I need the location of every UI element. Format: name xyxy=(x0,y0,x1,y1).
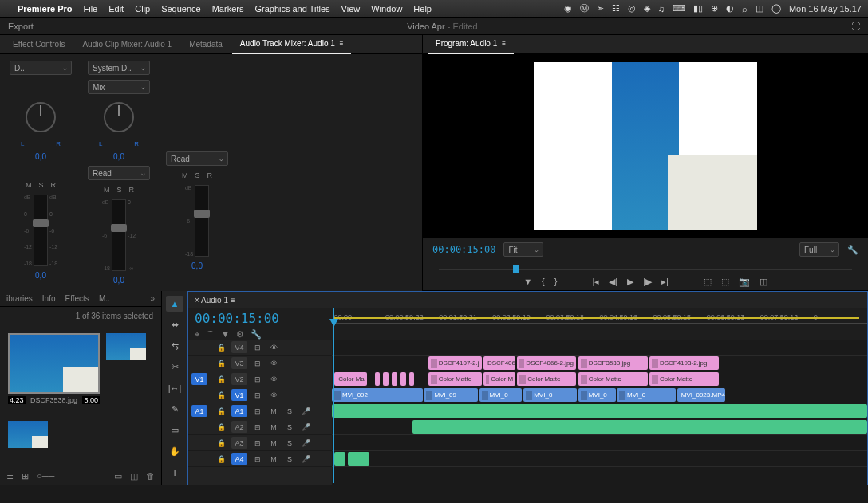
track-head-a1[interactable]: A1🔒A1⊟MS🎤 xyxy=(188,403,332,419)
clip[interactable]: MVI_0 xyxy=(617,388,676,402)
trash-icon[interactable]: 🗑 xyxy=(146,471,155,481)
track-head-v1[interactable]: 🔒V1⊟👁 xyxy=(188,387,332,403)
clip[interactable]: Color Matte xyxy=(517,372,576,386)
menu-window[interactable]: Window xyxy=(371,4,402,14)
slip-tool[interactable]: |↔| xyxy=(166,380,183,396)
resolution-dropdown[interactable]: Full xyxy=(799,242,839,257)
clip[interactable] xyxy=(383,372,389,386)
razor-tool[interactable]: ✂ xyxy=(166,359,183,375)
track-a4[interactable] xyxy=(332,451,867,467)
malware-icon[interactable]: Ⓜ xyxy=(580,2,589,14)
search-icon[interactable]: ⌕ xyxy=(742,4,748,14)
tab-audio-track-mixer[interactable]: Audio Track Mixer: Audio 1≡ xyxy=(232,35,352,54)
workspace-export[interactable]: Export xyxy=(8,22,34,31)
clip[interactable] xyxy=(400,372,406,386)
pen-tool[interactable]: ✎ xyxy=(166,401,183,417)
menu-markers[interactable]: Markers xyxy=(212,4,244,14)
menu-help[interactable]: Help xyxy=(413,4,432,14)
menu-sequence[interactable]: Sequence xyxy=(161,4,201,14)
step-fwd-icon[interactable]: |▶ xyxy=(643,277,652,287)
menu-file[interactable]: File xyxy=(83,4,97,14)
clip[interactable] xyxy=(409,372,415,386)
clip[interactable]: DSCF4193-2.jpg xyxy=(649,356,719,370)
new-item-icon[interactable]: ◫ xyxy=(130,471,138,481)
panel-menu-icon[interactable]: ≡ xyxy=(340,40,344,47)
go-in-icon[interactable]: |◂ xyxy=(592,277,599,287)
clip[interactable]: MVI_092 xyxy=(332,388,423,402)
pan-knob[interactable] xyxy=(26,102,56,132)
playhead[interactable] xyxy=(333,308,334,483)
sync-icon[interactable]: ◎ xyxy=(628,3,636,14)
user-icon[interactable]: ◐ xyxy=(726,3,734,14)
volume-fader-3[interactable] xyxy=(195,185,209,257)
export-frame-icon[interactable]: 📷 xyxy=(739,277,750,287)
tab-audio-clip-mixer[interactable]: Audio Clip Mixer: Audio 1 xyxy=(74,35,180,54)
sequence-tab[interactable]: × Audio 1 ≡ xyxy=(195,296,235,305)
track-a1[interactable] xyxy=(332,403,867,419)
clip[interactable]: Color Matte xyxy=(428,372,482,386)
list-view-icon[interactable]: ≣ xyxy=(6,471,14,481)
track-a3[interactable] xyxy=(332,435,867,451)
clip[interactable]: MVI_09 xyxy=(424,388,477,402)
clip[interactable]: DSCF3538.jpg xyxy=(578,356,648,370)
compare-icon[interactable]: ◫ xyxy=(760,277,767,287)
program-scrubber[interactable] xyxy=(439,261,852,273)
clip[interactable]: Color Ma xyxy=(334,372,366,386)
track-select-tool[interactable]: ⬌ xyxy=(166,316,183,332)
rectangle-tool[interactable]: ▭ xyxy=(166,422,183,438)
program-monitor[interactable] xyxy=(423,54,868,238)
audio-clip[interactable] xyxy=(332,404,867,418)
clip[interactable]: Color Matte xyxy=(649,372,719,386)
keyboard-icon[interactable]: ⌨ xyxy=(673,3,685,14)
clip[interactable]: MVI_0 xyxy=(479,388,523,402)
media-thumb-selected[interactable]: 4:23 DSCF3538.jpg 5:00 xyxy=(8,333,100,415)
selection-tool[interactable]: ▲ xyxy=(166,296,183,312)
clip[interactable]: MVI_0923.MP4 xyxy=(677,388,725,402)
track-head-a4[interactable]: 🔒A4⊟MS🎤 xyxy=(188,451,332,467)
solo-button[interactable]: S xyxy=(36,180,45,190)
clip[interactable]: MVI_0 xyxy=(523,388,577,402)
read-dropdown[interactable]: Read xyxy=(88,166,150,180)
tab-program[interactable]: Program: Audio 1≡ xyxy=(428,35,514,54)
siri-icon[interactable]: ◯ xyxy=(771,3,781,14)
track-v4[interactable] xyxy=(332,340,867,356)
rec-button[interactable]: R xyxy=(49,180,59,190)
audio-clip[interactable] xyxy=(348,452,369,466)
volume-fader[interactable] xyxy=(34,195,48,266)
pan-knob-2[interactable] xyxy=(104,102,134,132)
tab-metadata[interactable]: Metadata xyxy=(181,35,231,54)
clip[interactable] xyxy=(392,372,397,386)
tab-libraries[interactable]: ibraries xyxy=(6,294,33,303)
volume-fader-2[interactable] xyxy=(112,199,126,271)
out-icon[interactable]: } xyxy=(554,277,558,286)
swoosh-icon[interactable]: ➣ xyxy=(597,3,604,14)
menu-view[interactable]: View xyxy=(341,4,361,14)
drive-icon[interactable]: ☷ xyxy=(612,3,620,14)
track-head-a3[interactable]: 🔒A3⊟MS🎤 xyxy=(188,435,332,451)
clip[interactable]: DSCF4107-2.j xyxy=(428,356,482,370)
app-name[interactable]: Premiere Pro xyxy=(18,4,72,14)
fit-dropdown[interactable]: Fit xyxy=(503,242,543,257)
program-timecode[interactable]: 00:00:15:00 xyxy=(432,244,495,255)
lift-icon[interactable]: ⬚ xyxy=(704,277,712,287)
track-v3[interactable]: DSCF4107-2.jDSCF406DSCF4066-2.jpgDSCF353… xyxy=(332,356,867,371)
tab-effects[interactable]: Effects xyxy=(65,294,89,303)
clip[interactable]: Color M xyxy=(483,372,515,386)
menu-clip[interactable]: Clip xyxy=(135,4,150,14)
track-v1[interactable]: MVI_092MVI_09MVI_0MVI_0MVI_0MVI_0MVI_092… xyxy=(332,387,867,403)
new-bin-icon[interactable]: ▭ xyxy=(114,471,122,481)
timeline-timecode[interactable]: 00:00:15:00 xyxy=(195,311,326,326)
track-a2[interactable] xyxy=(332,419,867,435)
go-out-icon[interactable]: ▸| xyxy=(661,277,669,287)
freeform-icon[interactable]: ⊞ xyxy=(22,471,29,481)
type-tool[interactable]: T xyxy=(166,465,183,481)
wifi-icon[interactable]: ⊕ xyxy=(711,3,718,14)
clip[interactable] xyxy=(375,372,381,386)
extract-icon[interactable]: ⬚ xyxy=(721,277,729,287)
ripple-tool[interactable]: ⇆ xyxy=(166,338,183,354)
zoom-slider-icon[interactable]: ○── xyxy=(37,471,54,481)
clip[interactable]: Color Matte xyxy=(578,372,648,386)
track-v2[interactable]: Color MaColor MatteColor MColor MatteCol… xyxy=(332,371,867,387)
track-head-a2[interactable]: 🔒A2⊟MS🎤 xyxy=(188,419,332,435)
fullscreen-icon[interactable]: ⛶ xyxy=(851,22,860,31)
